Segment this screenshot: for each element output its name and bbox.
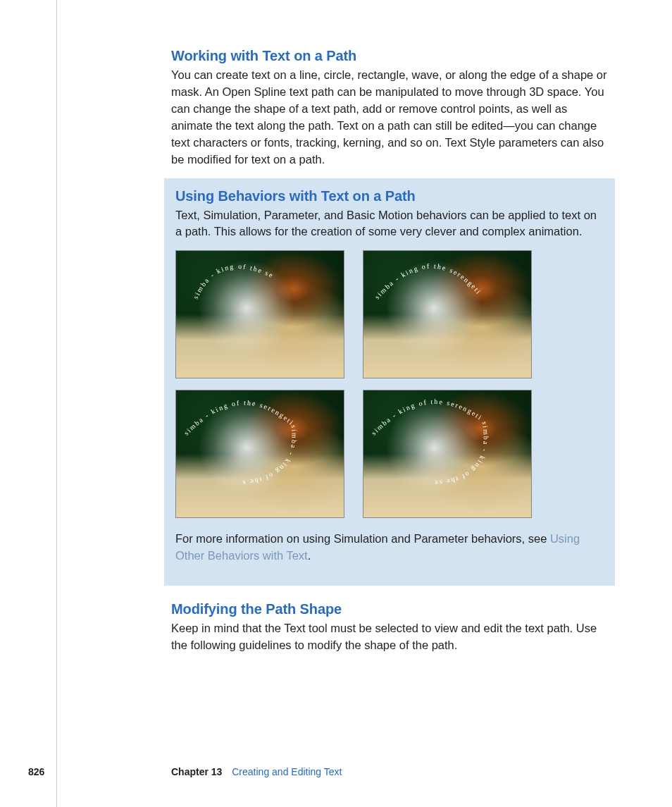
page-number: 826 — [28, 766, 44, 777]
left-margin-rule — [56, 0, 57, 807]
heading-modifying-path: Modifying the Path Shape — [171, 601, 611, 617]
svg-text:simba - king of the serengeti: simba - king of the serengeti — [182, 399, 296, 437]
body-modifying-path: Keep in mind that the Text tool must be … — [171, 620, 611, 654]
footer-chapter: Chapter 13 Creating and Editing Text — [171, 766, 342, 777]
chapter-title: Creating and Editing Text — [232, 766, 342, 777]
example-thumb-3: simba - king of the serengeti simba - ki… — [175, 390, 344, 518]
callout-footer-pre: For more information on using Simulation… — [175, 532, 550, 545]
page: Working with Text on a Path You can crea… — [0, 0, 672, 807]
content-column: Working with Text on a Path You can crea… — [171, 48, 611, 654]
path-text-1: simba - king of the serengeti — [176, 251, 275, 300]
example-thumb-2: simba - king of the serengeti — [363, 250, 532, 378]
callout-footer-post: . — [308, 549, 311, 562]
chapter-label: Chapter 13 — [171, 766, 222, 777]
path-text-3a: simba - king of the serengeti — [182, 399, 296, 437]
body-using-behaviors: Text, Simulation, Parameter, and Basic M… — [175, 207, 604, 241]
svg-text:simba - king of the serengeti: simba - king of the serengeti — [176, 251, 275, 300]
image-grid: simba - king of the serengeti simba - ki… — [175, 250, 604, 518]
path-text-2: simba - king of the serengeti — [373, 262, 483, 301]
heading-using-behaviors: Using Behaviors with Text on a Path — [175, 188, 604, 204]
body-working-with-text: You can create text on a line, circle, r… — [171, 67, 611, 168]
path-text-4a: simba - king of the serengeti — [370, 398, 485, 437]
callout-footer: For more information on using Simulation… — [175, 531, 604, 565]
svg-text:simba - king of the serengeti: simba - king of the serengeti — [373, 262, 483, 301]
example-thumb-4: simba - king of the serengeti simba - ki… — [363, 390, 532, 518]
heading-working-with-text: Working with Text on a Path — [171, 48, 611, 64]
svg-text:simba - king of the serengeti: simba - king of the serengeti — [370, 398, 485, 437]
example-thumb-1: simba - king of the serengeti — [175, 250, 344, 378]
callout-behaviors: Using Behaviors with Text on a Path Text… — [164, 178, 615, 586]
page-footer: 826 Chapter 13 Creating and Editing Text — [0, 760, 672, 777]
